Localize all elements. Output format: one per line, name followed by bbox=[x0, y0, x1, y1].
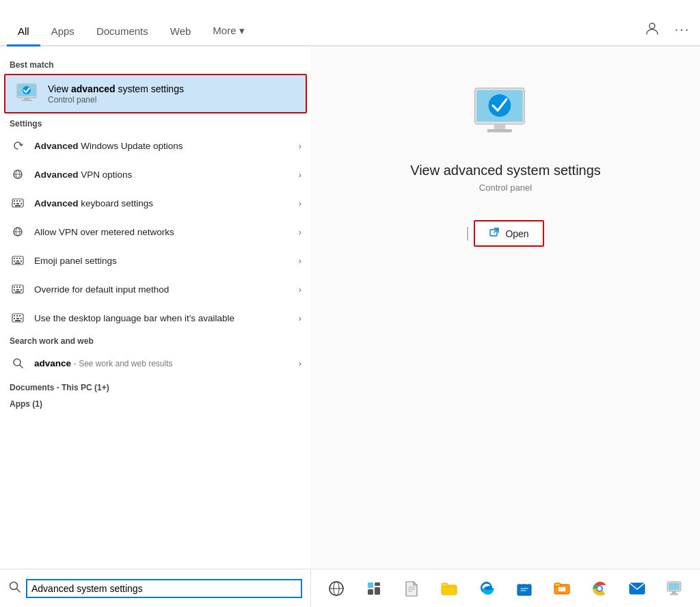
taskbar-search-icon bbox=[8, 580, 21, 596]
best-match-title: View advanced system settings bbox=[48, 83, 296, 94]
settings-item-language-bar[interactable]: Use the desktop language bar when it's a… bbox=[0, 304, 311, 332]
settings-item-text: Emoji panel settings bbox=[34, 256, 299, 266]
settings-item-text: Override for default input method bbox=[34, 284, 299, 295]
settings-item-vpn[interactable]: Advanced VPN options › bbox=[0, 160, 311, 189]
chevron-icon: › bbox=[299, 198, 301, 208]
svg-rect-38 bbox=[21, 318, 22, 319]
svg-point-49 bbox=[10, 582, 18, 590]
search-query: advance bbox=[34, 358, 71, 368]
settings-item-windows-update[interactable]: Advanced Windows Update options › bbox=[0, 131, 311, 160]
tab-documents[interactable]: Documents bbox=[85, 20, 159, 45]
svg-line-48 bbox=[494, 228, 498, 232]
tab-more[interactable]: More ▾ bbox=[202, 19, 255, 45]
svg-rect-54 bbox=[368, 582, 373, 588]
svg-rect-65 bbox=[554, 583, 561, 586]
search-web-label: Search work and web bbox=[0, 332, 311, 349]
svg-rect-39 bbox=[15, 320, 21, 321]
search-web-chevron: › bbox=[299, 358, 301, 368]
keyboard-icon bbox=[10, 195, 26, 211]
settings-item-text: Advanced Windows Update options bbox=[34, 141, 299, 151]
input-method-icon bbox=[10, 281, 26, 297]
taskbar-right-icons bbox=[311, 576, 700, 601]
widgets-icon[interactable] bbox=[362, 576, 386, 601]
right-title: View advanced system settings bbox=[410, 163, 601, 178]
svg-rect-18 bbox=[16, 258, 18, 259]
svg-rect-30 bbox=[21, 289, 22, 291]
more-options-icon[interactable]: ··· bbox=[671, 18, 693, 40]
right-subtitle: Control panel bbox=[479, 183, 532, 193]
main-container: Best match View advanced system settings bbox=[0, 46, 700, 569]
svg-rect-13 bbox=[21, 203, 22, 204]
account-icon[interactable] bbox=[641, 18, 663, 40]
update-icon bbox=[10, 137, 26, 154]
mail-icon[interactable] bbox=[625, 576, 649, 601]
svg-rect-66 bbox=[558, 586, 566, 592]
task-view-icon[interactable] bbox=[324, 576, 349, 601]
file-manager-icon[interactable] bbox=[550, 576, 574, 601]
chevron-icon: › bbox=[299, 256, 301, 266]
svg-rect-33 bbox=[14, 315, 15, 316]
settings-item-input-method[interactable]: Override for default input method › bbox=[0, 275, 311, 304]
svg-rect-55 bbox=[375, 582, 380, 586]
svg-rect-21 bbox=[16, 260, 19, 262]
chevron-icon: › bbox=[299, 313, 301, 323]
apps-label: Apps (1) bbox=[0, 394, 311, 410]
svg-rect-23 bbox=[15, 262, 21, 264]
emoji-icon bbox=[10, 252, 26, 269]
header-right-icons: ··· bbox=[641, 18, 693, 45]
tab-web[interactable]: Web bbox=[159, 20, 202, 45]
svg-point-68 bbox=[597, 586, 602, 591]
settings-item-keyboard[interactable]: Advanced keyboard settings › bbox=[0, 189, 311, 217]
document-icon[interactable] bbox=[399, 576, 424, 601]
vpn2-icon bbox=[10, 224, 26, 240]
svg-rect-56 bbox=[375, 587, 380, 595]
settings-item-emoji[interactable]: Emoji panel settings › bbox=[0, 246, 311, 275]
svg-rect-19 bbox=[19, 258, 21, 259]
edge-icon[interactable] bbox=[474, 576, 499, 601]
taskbar bbox=[0, 569, 700, 607]
svg-rect-63 bbox=[517, 584, 531, 595]
settings-item-text: Advanced VPN options bbox=[34, 170, 299, 180]
chevron-icon: › bbox=[299, 141, 301, 151]
svg-rect-29 bbox=[16, 289, 19, 291]
svg-rect-25 bbox=[14, 286, 15, 288]
svg-rect-37 bbox=[16, 318, 19, 319]
open-button[interactable]: Open bbox=[474, 220, 543, 247]
lang-bar-icon bbox=[10, 310, 26, 326]
svg-rect-10 bbox=[19, 200, 21, 202]
search-web-item[interactable]: advance - See work and web results › bbox=[0, 349, 311, 377]
settings-item-text: Advanced keyboard settings bbox=[34, 198, 299, 208]
svg-rect-31 bbox=[15, 291, 21, 293]
chrome-icon[interactable] bbox=[587, 576, 612, 601]
best-match-item[interactable]: View advanced system settings Control pa… bbox=[4, 74, 307, 113]
left-panel: Best match View advanced system settings bbox=[0, 46, 311, 569]
svg-rect-9 bbox=[16, 200, 18, 202]
search-sub: - See work and web results bbox=[74, 359, 173, 368]
open-divider bbox=[467, 227, 468, 241]
svg-rect-72 bbox=[672, 591, 676, 593]
svg-rect-11 bbox=[14, 203, 15, 204]
svg-rect-34 bbox=[16, 315, 18, 316]
svg-rect-12 bbox=[16, 203, 19, 204]
vpn-icon bbox=[10, 166, 26, 183]
svg-rect-36 bbox=[14, 318, 15, 319]
chevron-icon: › bbox=[299, 227, 301, 237]
best-match-icon bbox=[15, 81, 41, 107]
documents-label: Documents - This PC (1+) bbox=[0, 377, 311, 394]
settings-item-vpn-metered[interactable]: Allow VPN over metered networks › bbox=[0, 217, 311, 246]
tab-apps[interactable]: Apps bbox=[40, 20, 85, 45]
tab-all[interactable]: All bbox=[7, 20, 40, 45]
svg-rect-20 bbox=[14, 260, 15, 262]
store-icon[interactable] bbox=[512, 576, 537, 601]
svg-rect-57 bbox=[368, 589, 373, 595]
settings-item-text: Allow VPN over metered networks bbox=[34, 227, 299, 237]
svg-rect-17 bbox=[14, 258, 15, 259]
svg-rect-26 bbox=[16, 286, 18, 288]
svg-rect-14 bbox=[15, 205, 21, 206]
open-icon bbox=[489, 227, 500, 240]
taskbar-search-input[interactable] bbox=[26, 579, 302, 598]
computer-icon[interactable] bbox=[662, 576, 686, 601]
best-match-subtitle: Control panel bbox=[48, 95, 296, 105]
chevron-icon: › bbox=[299, 170, 301, 180]
file-explorer-icon[interactable] bbox=[437, 576, 461, 601]
